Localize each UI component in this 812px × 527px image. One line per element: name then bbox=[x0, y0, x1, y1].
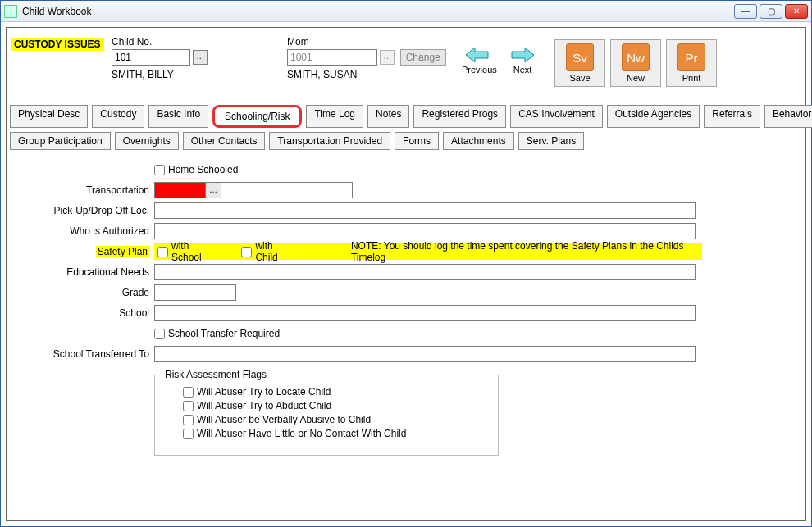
authorized-label: Who is Authorized bbox=[16, 225, 154, 237]
mom-name: SMITH, SUSAN bbox=[287, 69, 357, 80]
home-schooled-field[interactable]: Home Schooled bbox=[154, 164, 238, 175]
risk-flag-label-0: Will Abuser Try to Locate Child bbox=[197, 386, 331, 398]
tab-strip: Physical DescCustodyBasic InfoSchooling/… bbox=[7, 102, 805, 150]
tab-other-contacts[interactable]: Other Contacts bbox=[183, 132, 266, 150]
risk-flag-2[interactable]: Will Abuser be Verbally Abusive to Child bbox=[183, 414, 485, 425]
tab-cas-involvement[interactable]: CAS Involvement bbox=[510, 105, 603, 128]
inner-panel: CUSTODY ISSUES Child No. … SMITH, BILLY … bbox=[6, 27, 806, 521]
minimize-button[interactable]: — bbox=[734, 4, 757, 19]
safety-plan-row: with School with Child NOTE: You should … bbox=[154, 243, 702, 260]
tab-behavior-tracking[interactable]: Behavior Tracking bbox=[764, 105, 812, 128]
child-no-input[interactable] bbox=[112, 49, 190, 66]
close-button[interactable]: ✕ bbox=[785, 4, 808, 19]
tab-schooling-risk[interactable]: Schooling/Risk bbox=[212, 105, 302, 128]
grade-input[interactable] bbox=[154, 284, 236, 301]
tab-referrals[interactable]: Referrals bbox=[704, 105, 760, 128]
tab-row-2: Group ParticipationOvernightsOther Conta… bbox=[10, 132, 802, 150]
risk-flag-label-2: Will Abuser be Verbally Abusive to Child bbox=[197, 414, 371, 425]
mom-no-lookup-button: … bbox=[380, 50, 395, 65]
safety-with-child-field[interactable]: with Child bbox=[241, 240, 295, 263]
save-label: Save bbox=[555, 73, 604, 83]
safety-with-school-label: with School bbox=[171, 240, 218, 263]
app-window: Child Workbook — ▢ ✕ CUSTODY ISSUES Chil… bbox=[0, 0, 812, 527]
form-area: Home Schooled Transportation … bbox=[7, 154, 805, 462]
home-schooled-checkbox[interactable] bbox=[154, 165, 165, 175]
transportation-combo[interactable]: … bbox=[154, 182, 221, 198]
school-transfer-required-label: School Transfer Required bbox=[168, 328, 280, 339]
tab-time-log[interactable]: Time Log bbox=[306, 105, 363, 128]
tab-registered-progs[interactable]: Registered Progs bbox=[413, 105, 506, 128]
tab-attachments[interactable]: Attachments bbox=[443, 132, 514, 150]
risk-flag-checkbox-2[interactable] bbox=[183, 415, 194, 425]
risk-flag-label-1: Will Abuser Try to Abduct Child bbox=[197, 400, 331, 411]
tab-transportation-provided[interactable]: Transportation Provided bbox=[269, 132, 390, 150]
risk-flag-checkbox-3[interactable] bbox=[183, 429, 194, 439]
school-transferred-to-input[interactable] bbox=[154, 346, 696, 362]
new-button[interactable]: Nw New bbox=[610, 39, 661, 87]
pickup-input[interactable] bbox=[154, 202, 696, 219]
transportation-value bbox=[155, 183, 206, 198]
maximize-button[interactable]: ▢ bbox=[760, 4, 782, 19]
safety-with-school-field[interactable]: with School bbox=[157, 240, 218, 263]
safety-with-child-checkbox[interactable] bbox=[241, 247, 252, 257]
risk-assessment-group: Risk Assessment Flags Will Abuser Try to… bbox=[154, 375, 499, 456]
print-label: Print bbox=[667, 73, 716, 83]
risk-flag-0[interactable]: Will Abuser Try to Locate Child bbox=[183, 386, 485, 398]
tab-physical-desc[interactable]: Physical Desc bbox=[10, 105, 88, 128]
tab-outside-agencies[interactable]: Outside Agencies bbox=[607, 105, 700, 128]
mom-no-input bbox=[287, 49, 377, 66]
next-label: Next bbox=[507, 65, 538, 75]
grade-label: Grade bbox=[16, 287, 154, 298]
new-label: New bbox=[611, 73, 660, 83]
tab-group-participation[interactable]: Group Participation bbox=[10, 132, 111, 150]
save-button[interactable]: Sv Save bbox=[554, 39, 605, 87]
arrow-right-icon bbox=[510, 46, 535, 64]
window-title: Child Workbook bbox=[22, 6, 734, 17]
mom-label: Mom bbox=[287, 36, 309, 48]
authorized-input[interactable] bbox=[154, 223, 696, 239]
titlebar: Child Workbook — ▢ ✕ bbox=[1, 1, 811, 22]
risk-flag-3[interactable]: Will Abuser Have Little or No Contact Wi… bbox=[183, 428, 485, 439]
tab-forms[interactable]: Forms bbox=[395, 132, 439, 150]
risk-assessment-legend: Risk Assessment Flags bbox=[162, 369, 270, 380]
new-icon: Nw bbox=[622, 43, 650, 71]
tab-notes[interactable]: Notes bbox=[367, 105, 409, 128]
school-transferred-to-label: School Transferred To bbox=[16, 348, 154, 360]
child-no-lookup-button[interactable]: … bbox=[193, 50, 208, 65]
transportation-lookup-button[interactable]: … bbox=[206, 183, 221, 198]
edu-needs-input[interactable] bbox=[154, 264, 696, 280]
safety-with-school-checkbox[interactable] bbox=[157, 247, 168, 257]
school-transfer-required-field[interactable]: School Transfer Required bbox=[154, 328, 280, 339]
app-icon bbox=[4, 5, 17, 18]
transportation-desc-input[interactable] bbox=[221, 182, 353, 198]
tab-custody[interactable]: Custody bbox=[92, 105, 144, 128]
safety-note: NOTE: You should log the time spent cove… bbox=[351, 240, 702, 263]
tab-overnights[interactable]: Overnights bbox=[115, 132, 179, 150]
save-icon: Sv bbox=[566, 43, 594, 71]
transportation-label: Transportation bbox=[16, 184, 154, 196]
safety-with-child-label: with Child bbox=[255, 240, 295, 263]
edu-needs-label: Educational Needs bbox=[16, 266, 154, 278]
previous-nav[interactable]: Previous bbox=[462, 46, 493, 75]
tab-basic-info[interactable]: Basic Info bbox=[148, 105, 208, 128]
print-icon: Pr bbox=[677, 43, 705, 71]
svg-marker-0 bbox=[466, 48, 488, 62]
header-strip: CUSTODY ISSUES Child No. … SMITH, BILLY … bbox=[7, 28, 805, 102]
custody-issues-badge: CUSTODY ISSUES bbox=[11, 38, 104, 51]
child-no-label: Child No. bbox=[112, 36, 152, 48]
tab-row-1: Physical DescCustodyBasic InfoSchooling/… bbox=[10, 105, 802, 128]
school-input[interactable] bbox=[154, 305, 696, 321]
child-name: SMITH, BILLY bbox=[112, 69, 174, 80]
print-button[interactable]: Pr Print bbox=[666, 39, 717, 87]
school-label: School bbox=[16, 307, 154, 319]
school-transfer-required-checkbox[interactable] bbox=[154, 329, 165, 339]
risk-flag-checkbox-1[interactable] bbox=[183, 401, 194, 411]
risk-flag-label-3: Will Abuser Have Little or No Contact Wi… bbox=[197, 428, 406, 439]
safety-plan-label: Safety Plan bbox=[96, 246, 149, 257]
pickup-label: Pick-Up/Drop Off Loc. bbox=[16, 205, 154, 216]
tab-serv-plans[interactable]: Serv. Plans bbox=[518, 132, 584, 150]
next-nav[interactable]: Next bbox=[507, 46, 538, 75]
risk-flag-1[interactable]: Will Abuser Try to Abduct Child bbox=[183, 400, 485, 411]
arrow-left-icon bbox=[465, 46, 490, 64]
risk-flag-checkbox-0[interactable] bbox=[183, 387, 194, 398]
